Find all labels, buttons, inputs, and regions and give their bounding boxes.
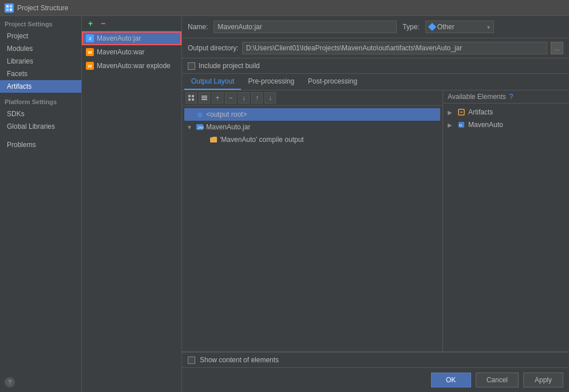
sidebar-item-modules[interactable]: Modules bbox=[0, 42, 81, 55]
svg-rect-9 bbox=[201, 97, 207, 98]
footer: OK Cancel Apply bbox=[182, 367, 569, 392]
svg-rect-4 bbox=[188, 95, 191, 97]
maven-auto-icon: M bbox=[457, 120, 466, 129]
svg-rect-6 bbox=[188, 98, 191, 101]
view-mode-button[interactable] bbox=[185, 92, 197, 104]
list-mode-button[interactable] bbox=[199, 92, 210, 104]
remove-output-button[interactable]: − bbox=[225, 92, 236, 104]
svg-rect-1 bbox=[10, 5, 12, 7]
jar-icon: J bbox=[85, 34, 94, 43]
title-bar: Project Structure bbox=[0, 0, 569, 16]
type-label: Type: bbox=[402, 23, 419, 31]
project-settings-label: Project Settings bbox=[0, 16, 81, 30]
artifact-list: J MavenAuto:jar W MavenAuto:war W MavenA… bbox=[82, 31, 181, 392]
include-project-build-checkbox[interactable] bbox=[188, 62, 195, 70]
cancel-button[interactable]: Cancel bbox=[476, 373, 519, 387]
tab-output-layout[interactable]: Output Layout bbox=[184, 74, 241, 90]
output-tree-toolbar: + − ↓ ↑ ↓ bbox=[182, 90, 442, 106]
sidebar-item-artifacts[interactable]: Artifacts bbox=[0, 80, 81, 93]
apply-button[interactable]: Apply bbox=[523, 373, 563, 387]
sidebar: Project Settings Project Modules Librari… bbox=[0, 16, 82, 392]
avail-arrow-maven-auto: ▶ bbox=[448, 122, 455, 128]
artifact-entry-maven-auto-war[interactable]: W MavenAuto:war bbox=[82, 45, 181, 59]
output-dir-input[interactable] bbox=[242, 42, 547, 54]
tab-post-processing[interactable]: Post-processing bbox=[301, 74, 364, 90]
artifact-toolbar: + − bbox=[82, 16, 181, 31]
tree-row-output-root[interactable]: ⊞ <output root> bbox=[184, 108, 440, 121]
remove-artifact-button[interactable]: − bbox=[98, 18, 108, 29]
artifact-entry-maven-auto-jar[interactable]: J MavenAuto:jar bbox=[82, 31, 181, 45]
svg-text:JAR: JAR bbox=[197, 126, 204, 129]
avail-arrow-artifacts: ▶ bbox=[448, 109, 455, 116]
move-down-button[interactable]: ↓ bbox=[264, 92, 276, 104]
content-panel: Name: Type: Other ▾ Output directory: … … bbox=[182, 16, 569, 392]
browse-button[interactable]: … bbox=[551, 42, 563, 54]
available-help-icon[interactable]: ? bbox=[509, 93, 513, 101]
sidebar-item-project[interactable]: Project bbox=[0, 30, 81, 42]
artifact-entry-maven-auto-war-exploded[interactable]: W MavenAuto:war explode bbox=[82, 59, 181, 73]
app-icon bbox=[5, 3, 14, 13]
svg-rect-5 bbox=[192, 95, 194, 97]
folder-icon bbox=[209, 135, 218, 144]
include-project-build-label: Include project build bbox=[199, 62, 260, 70]
svg-rect-0 bbox=[6, 5, 9, 7]
artifacts-group-icon bbox=[457, 108, 466, 117]
svg-text:M: M bbox=[459, 124, 462, 127]
sidebar-item-facets[interactable]: Facets bbox=[0, 68, 81, 80]
bottom-bar: Show content of elements bbox=[182, 352, 569, 367]
available-list: ▶ Artifacts ▶ bbox=[443, 104, 569, 351]
available-item-maven-auto[interactable]: ▶ M MavenAuto bbox=[445, 118, 567, 131]
move-up-button[interactable]: ↑ bbox=[251, 92, 263, 104]
output-dir-label: Output directory: bbox=[188, 44, 239, 52]
ok-button[interactable]: OK bbox=[431, 373, 471, 387]
svg-rect-2 bbox=[6, 9, 9, 11]
output-tree: ⊞ <output root> ▼ JAR MavenAuto.jar bbox=[182, 106, 442, 351]
name-input[interactable] bbox=[214, 21, 397, 33]
available-item-artifacts[interactable]: ▶ Artifacts bbox=[445, 106, 567, 118]
war-explode-icon: W bbox=[85, 61, 94, 70]
svg-rect-8 bbox=[201, 96, 207, 97]
war-icon: W bbox=[85, 47, 94, 57]
available-panel: Available Elements ? ▶ Artifacts bbox=[443, 90, 569, 351]
add-artifact-button[interactable]: + bbox=[85, 18, 96, 29]
help-icon[interactable]: ? bbox=[5, 377, 15, 387]
output-root-icon: ⊞ bbox=[195, 110, 204, 119]
main-layout: Project Settings Project Modules Librari… bbox=[0, 16, 569, 392]
sidebar-bottom: ? bbox=[0, 373, 81, 392]
window-title: Project Structure bbox=[17, 4, 68, 12]
output-layout-area: + − ↓ ↑ ↓ ⊞ <output root> ▼ bbox=[182, 90, 569, 352]
tree-row-maven-auto-jar[interactable]: ▼ JAR MavenAuto.jar bbox=[184, 121, 440, 133]
name-type-row: Name: Type: Other ▾ bbox=[182, 16, 569, 38]
svg-rect-3 bbox=[10, 9, 12, 11]
name-label: Name: bbox=[188, 23, 208, 31]
jar-file-icon: JAR bbox=[195, 122, 204, 132]
type-dropdown[interactable]: Other ▾ bbox=[425, 21, 494, 33]
move-into-button[interactable]: ↓ bbox=[238, 92, 250, 104]
include-project-build-row: Include project build bbox=[182, 58, 569, 74]
artifact-list-panel: + − J MavenAuto:jar W MavenAuto:war W bbox=[82, 16, 182, 392]
tree-expand-arrow: ▼ bbox=[187, 124, 193, 130]
sidebar-item-sdks[interactable]: SDKs bbox=[0, 108, 81, 120]
dropdown-arrow-icon: ▾ bbox=[487, 24, 490, 30]
sidebar-item-problems[interactable]: Problems bbox=[0, 138, 81, 151]
available-elements-header: Available Elements ? bbox=[443, 90, 569, 104]
sidebar-item-libraries[interactable]: Libraries bbox=[0, 55, 81, 68]
type-diamond-icon bbox=[428, 23, 436, 31]
output-dir-row: Output directory: … bbox=[182, 38, 569, 58]
tabs-row: Output Layout Pre-processing Post-proces… bbox=[182, 74, 569, 90]
add-output-button[interactable]: + bbox=[212, 92, 223, 104]
show-content-checkbox[interactable] bbox=[188, 357, 195, 364]
svg-rect-10 bbox=[201, 99, 207, 100]
tree-row-compile-output[interactable]: 'MavenAuto' compile output bbox=[184, 133, 440, 146]
platform-settings-label: Platform Settings bbox=[0, 93, 81, 108]
tab-pre-processing[interactable]: Pre-processing bbox=[241, 74, 301, 90]
svg-rect-7 bbox=[192, 98, 194, 101]
sidebar-item-global-libraries[interactable]: Global Libraries bbox=[0, 120, 81, 133]
show-content-label: Show content of elements bbox=[200, 356, 279, 364]
output-tree-panel: + − ↓ ↑ ↓ ⊞ <output root> ▼ bbox=[182, 90, 443, 351]
